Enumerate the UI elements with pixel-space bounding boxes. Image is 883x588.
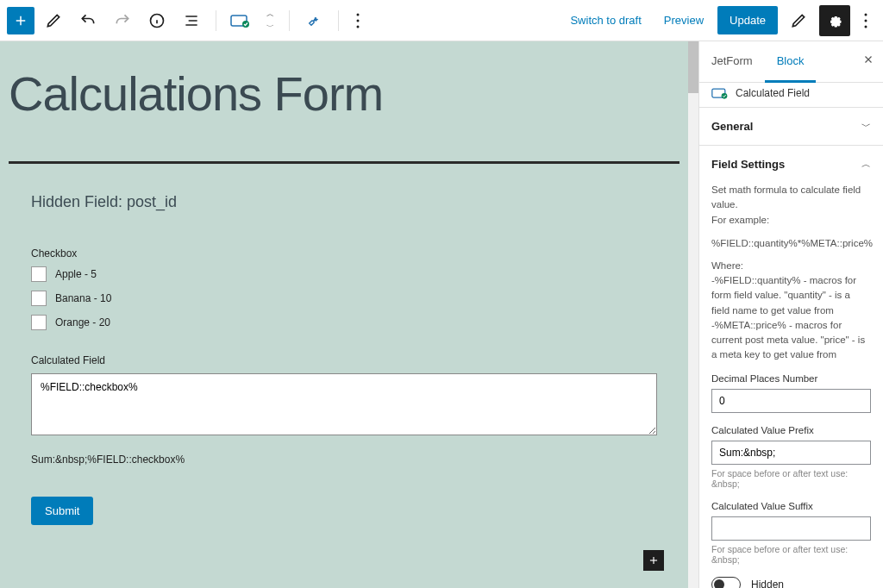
kebab-icon — [864, 13, 867, 28]
canvas-scrollbar[interactable] — [688, 41, 698, 588]
checkbox-input[interactable] — [31, 315, 47, 330]
panel-field-settings: Field Settings ︿ Set math formula to cal… — [699, 146, 883, 588]
toolbar-left: ︿ ﹀ — [7, 5, 368, 36]
calculated-field-label: Calculated Field — [31, 354, 657, 366]
block-type-name: Calculated Field — [736, 87, 810, 99]
settings-sidebar: JetForm Block Calculated Field General ﹀… — [698, 41, 883, 588]
decimal-places-input[interactable] — [711, 389, 871, 413]
undo-button[interactable] — [72, 5, 103, 36]
prefix-label: Calculated Value Prefix — [711, 425, 871, 435]
decimal-places-label: Decimal Places Number — [711, 373, 871, 384]
calculated-field-textarea[interactable]: %FIELD::checkbox% — [31, 373, 657, 435]
hidden-toggle-label: Hidden — [751, 579, 784, 589]
separator-block[interactable] — [9, 161, 679, 164]
checkbox-label: Banana - 10 — [55, 292, 111, 304]
tab-jetform[interactable]: JetForm — [699, 41, 765, 83]
submit-button[interactable]: Submit — [31, 497, 93, 525]
jetform-settings-button[interactable] — [783, 5, 814, 36]
settings-button[interactable] — [819, 5, 850, 36]
details-button[interactable] — [141, 5, 172, 36]
decimal-places-field: Decimal Places Number — [711, 373, 871, 413]
plus-icon — [648, 554, 660, 566]
close-sidebar-button[interactable] — [862, 53, 874, 66]
wrench-icon — [306, 13, 322, 28]
add-block-button[interactable] — [7, 7, 34, 34]
switch-to-draft-button[interactable]: Switch to draft — [561, 7, 649, 34]
checkbox-input[interactable] — [31, 266, 47, 282]
block-type-row[interactable]: Calculated Field — [699, 83, 883, 108]
checkbox-label: Orange - 20 — [55, 316, 110, 328]
svg-point-4 — [357, 19, 360, 22]
main-area: Calculations Form Hidden Field: post_id … — [0, 41, 883, 588]
checkbox-row: Orange - 20 — [31, 315, 657, 330]
preview-button[interactable]: Preview — [655, 7, 712, 34]
form-area: Hidden Field: post_id Checkbox Apple - 5… — [0, 172, 688, 542]
sidebar-tabs: JetForm Block — [699, 41, 883, 83]
prefix-field: Calculated Value Prefix For space before… — [711, 425, 871, 489]
panel-general: General ﹀ — [699, 108, 883, 146]
hidden-toggle[interactable] — [711, 577, 741, 589]
scrollbar-thumb[interactable] — [688, 41, 698, 93]
prefix-input[interactable] — [711, 441, 871, 465]
gear-icon — [826, 12, 843, 29]
block-type-button[interactable] — [225, 5, 256, 36]
prefix-hint: For space before or after text use: &nbs… — [711, 468, 871, 489]
calculated-field-icon — [230, 13, 251, 28]
hidden-toggle-row: Hidden — [711, 577, 871, 589]
move-down-button[interactable]: ﹀ — [266, 22, 274, 33]
more-options-button[interactable] — [348, 5, 368, 36]
svg-point-6 — [865, 13, 867, 16]
editor-canvas[interactable]: Calculations Form Hidden Field: post_id … — [0, 41, 688, 588]
svg-point-5 — [357, 25, 360, 28]
separator — [216, 10, 216, 31]
undo-icon — [79, 12, 97, 29]
hidden-field-block[interactable]: Hidden Field: post_id — [31, 193, 657, 211]
calculated-preview: Sum:&nbsp;%FIELD::checkbox% — [31, 454, 657, 466]
where-text: Where: -%FIELD::quantity% - macros for f… — [711, 259, 871, 363]
suffix-hint: For space before or after text use: &nbs… — [711, 544, 871, 565]
plus-icon — [13, 13, 28, 28]
list-icon — [183, 12, 200, 29]
panel-field-settings-toggle[interactable]: Field Settings ︿ — [699, 146, 883, 183]
svg-point-7 — [865, 19, 867, 22]
checkbox-field-label: Checkbox — [31, 247, 657, 260]
move-up-button[interactable]: ︿ — [266, 9, 274, 20]
info-icon — [148, 12, 166, 29]
help-text: Set math formula to calculate field valu… — [711, 183, 871, 228]
suffix-label: Calculated Value Suffix — [711, 501, 871, 511]
add-block-floating-button[interactable] — [643, 550, 664, 571]
move-up-down: ︿ ﹀ — [260, 5, 280, 36]
page-title[interactable]: Calculations Form — [0, 41, 688, 153]
chevron-up-icon: ︿ — [861, 158, 871, 171]
tab-block[interactable]: Block — [765, 41, 817, 83]
top-toolbar: ︿ ﹀ Switch to draft Preview Update — [0, 0, 883, 41]
separator — [338, 10, 339, 31]
suffix-field: Calculated Value Suffix For space before… — [711, 501, 871, 565]
suffix-input[interactable] — [711, 516, 871, 541]
brush-icon — [790, 12, 807, 29]
calculated-field-icon — [711, 86, 729, 100]
edit-mode-button[interactable] — [38, 5, 69, 36]
checkbox-row: Banana - 10 — [31, 291, 657, 306]
svg-point-3 — [357, 13, 360, 16]
checkbox-row: Apple - 5 — [31, 266, 657, 282]
toolbar-right: Switch to draft Preview Update — [561, 5, 876, 36]
panel-general-toggle[interactable]: General ﹀ — [699, 108, 883, 145]
main-more-button[interactable] — [855, 5, 876, 36]
separator — [289, 10, 290, 31]
kebab-icon — [356, 13, 360, 28]
checkbox-label: Apple - 5 — [55, 268, 97, 280]
chevron-down-icon: ﹀ — [861, 120, 871, 133]
editor-canvas-wrapper: Calculations Form Hidden Field: post_id … — [0, 41, 698, 588]
update-button[interactable]: Update — [717, 6, 778, 34]
tool-button[interactable] — [298, 5, 329, 36]
outline-button[interactable] — [176, 5, 207, 36]
panel-field-settings-body: Set math formula to calculate field valu… — [699, 183, 883, 588]
pencil-icon — [45, 12, 62, 29]
close-icon — [862, 53, 874, 66]
checkbox-input[interactable] — [31, 291, 47, 306]
svg-point-8 — [865, 25, 867, 28]
calculated-field-block[interactable]: Calculated Field %FIELD::checkbox% — [31, 354, 657, 438]
redo-button[interactable] — [107, 5, 138, 36]
example-text: %FIELD::quantity%*%META::price% — [711, 238, 871, 248]
